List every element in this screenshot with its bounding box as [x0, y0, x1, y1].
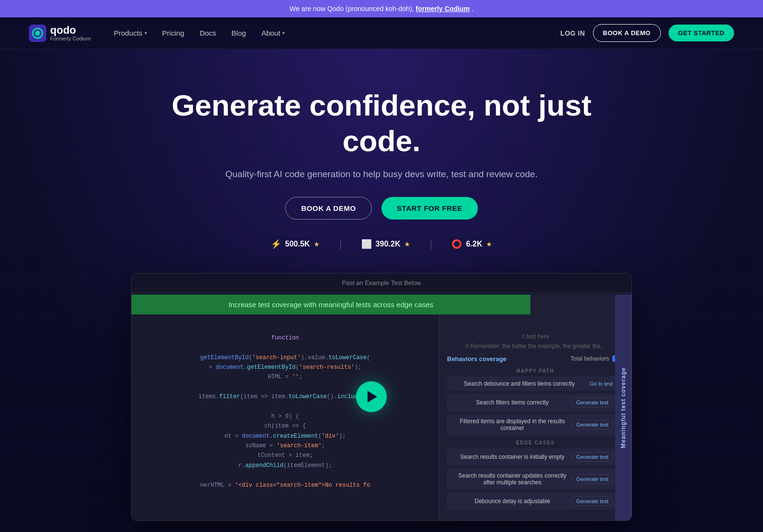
generate-btn-e1[interactable]: Generate test	[572, 452, 613, 462]
generate-btn-h3[interactable]: Generate test	[572, 420, 613, 429]
code-line-8	[141, 402, 429, 412]
test-item-text-e1: Search results container is initially em…	[453, 454, 572, 460]
edge-cases-label: EDGE CASES	[447, 440, 624, 445]
test-item-text-e3: Debounce delay is adjustable	[453, 498, 572, 505]
generate-btn-e2[interactable]: Generate test	[572, 474, 613, 484]
test-item-action-h1[interactable]: Go to test	[590, 381, 613, 387]
hero-demo-button[interactable]: BOOK A DEMO	[285, 197, 372, 220]
stat-divider-1: |	[339, 239, 342, 250]
test-item-text-e2: Search results container updates correct…	[453, 472, 572, 486]
test-item-happy-2: Search filters items correctly Generate …	[447, 394, 624, 411]
nav-right: LOG IN BOOK A DEMO GET STARTED	[560, 24, 734, 42]
test-item-happy-3: Filtered items are displayed in the resu…	[447, 414, 624, 435]
behaviors-title: Behaviors coverage	[447, 355, 507, 363]
code-line-1: function	[141, 333, 429, 343]
logo-sub: Formerly Codium	[50, 36, 91, 41]
products-chevron-icon: ▾	[145, 30, 147, 36]
book-demo-button[interactable]: BOOK A DEMO	[593, 24, 661, 42]
code-line-12: ssName = 'search-item';	[141, 441, 429, 451]
code-line-4: = document.getElementById('search-result…	[141, 363, 429, 372]
code-line-9: h > 0) {	[141, 412, 429, 421]
stat-divider-2: |	[430, 239, 432, 250]
about-chevron-icon: ▾	[282, 30, 285, 36]
happy-path-label: HAPPY PATH	[447, 368, 624, 374]
nav-links: Products ▾ Pricing Docs Blog About ▾	[114, 29, 560, 37]
hero-buttons: BOOK A DEMO START FOR FREE	[29, 197, 734, 220]
login-button[interactable]: LOG IN	[560, 29, 585, 37]
stat-vscode: ⚡ 500.5K ★	[271, 239, 320, 249]
code-line-15	[141, 470, 429, 480]
panel-input-area: // test here // Remember: the better the…	[447, 333, 624, 350]
announcement-text-after: .	[472, 5, 474, 13]
code-line-2	[141, 343, 429, 352]
code-panel: function getElementById('search-input').…	[132, 295, 439, 520]
right-panel: // test here // Remember: the better the…	[439, 295, 631, 520]
announcement-bar: We are now Qodo (pronounced koh-doh), fo…	[0, 0, 763, 17]
logo-link[interactable]: qodo Formerly Codium	[29, 25, 91, 42]
vscode-icon: ⚡	[271, 239, 281, 249]
announcement-text-before: We are now Qodo (pronounced koh-doh),	[289, 5, 414, 13]
qodo-logo-icon	[29, 25, 46, 42]
stat-star-1: ★	[314, 240, 320, 248]
github-icon: ⭕	[451, 239, 462, 249]
nav-blog[interactable]: Blog	[232, 29, 246, 37]
logo-name: qodo	[50, 25, 91, 36]
demo-header: Past an Example Test Below	[132, 273, 631, 293]
nav-products[interactable]: Products ▾	[114, 29, 146, 37]
test-item-happy-1: Search debounce and filters items correc…	[447, 376, 624, 391]
code-line-13: tContent = item;	[141, 451, 429, 460]
stat-jetbrains: ⬜ 390.2K ★	[361, 239, 411, 249]
nav-about[interactable]: About ▾	[262, 29, 285, 37]
svg-point-2	[35, 31, 40, 36]
code-line-16: nerHTML = '<div class="search-item">No r…	[141, 480, 429, 490]
nav-docs[interactable]: Docs	[199, 29, 216, 37]
hero-section: Generate confidence, not just code. Qual…	[0, 49, 763, 532]
jetbrains-icon: ⬜	[361, 239, 372, 249]
get-started-button[interactable]: GET STARTED	[669, 25, 734, 41]
demo-window: Past an Example Test Below Increase test…	[131, 273, 632, 521]
play-triangle-icon	[368, 391, 377, 402]
hero-free-button[interactable]: START FOR FREE	[382, 197, 478, 220]
code-line-6	[141, 382, 429, 392]
stat-star-3: ★	[486, 240, 492, 248]
announcement-link[interactable]: formerly Codium	[416, 5, 470, 13]
code-line-3: getElementById('search-input').value.toL…	[141, 353, 429, 363]
code-line-11: nt = document.createElement('div');	[141, 431, 429, 441]
stat-star-2: ★	[404, 240, 410, 248]
input-hint-2: // Remember: the better the example, the…	[447, 343, 624, 350]
nav-pricing[interactable]: Pricing	[162, 29, 184, 37]
stat-github: ⭕ 6.2K ★	[451, 239, 492, 249]
demo-green-banner: Increase test coverage with meaningful t…	[132, 295, 530, 314]
test-item-text-h3: Filtered items are displayed in the resu…	[453, 418, 572, 431]
generate-btn-h2[interactable]: Generate test	[572, 398, 613, 407]
hero-subheadline: Quality-first AI code generation to help…	[29, 169, 734, 180]
code-line-14: r.appendChild(itemElement);	[141, 461, 429, 470]
test-item-edge-3: Debounce delay is adjustable Generate te…	[447, 493, 624, 510]
hero-headline: Generate confidence, not just code.	[165, 88, 598, 159]
main-nav: qodo Formerly Codium Products ▾ Pricing …	[0, 17, 763, 49]
total-label: Total behaviors	[570, 355, 609, 362]
demo-container: Past an Example Test Below Increase test…	[131, 273, 632, 521]
test-item-edge-1: Search results container is initially em…	[447, 448, 624, 466]
generate-btn-e3[interactable]: Generate test	[572, 496, 613, 506]
input-hint-1: // test here	[447, 333, 624, 340]
behaviors-header: Behaviors coverage Total behaviors 13	[447, 355, 624, 363]
code-line-5: HTML = '';	[141, 372, 429, 382]
test-item-edge-2: Search results container updates correct…	[447, 468, 624, 490]
stats-row: ⚡ 500.5K ★ | ⬜ 390.2K ★ | ⭕ 6.2K ★	[29, 239, 734, 250]
code-line-10: ch(item => {	[141, 421, 429, 431]
play-button[interactable]	[356, 381, 387, 412]
test-item-text-h1: Search debounce and filters items correc…	[453, 380, 586, 387]
test-item-text-h2: Search filters items correctly	[453, 399, 572, 406]
side-label: Meaningful test coverage	[615, 295, 631, 520]
